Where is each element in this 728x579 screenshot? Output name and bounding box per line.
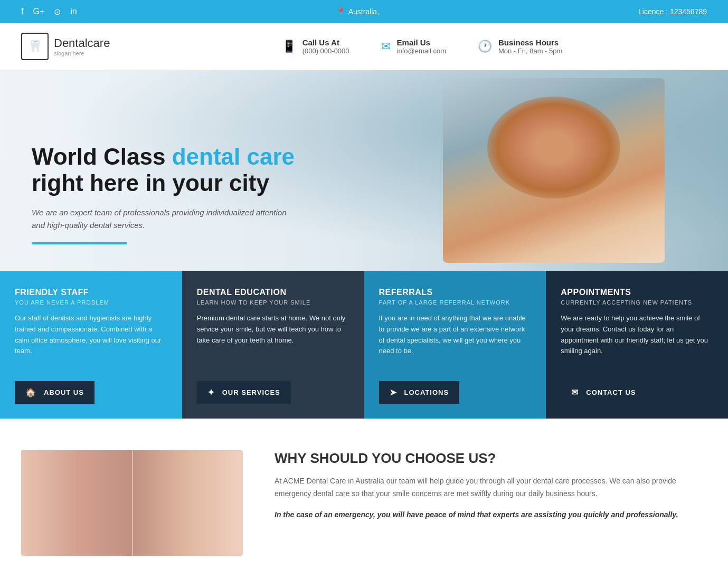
hours-label: Business Hours	[498, 38, 562, 47]
licence-text: Licence : 123456789	[638, 7, 707, 16]
feature-appt-title: APPOINTMENTS	[561, 288, 713, 297]
header-contacts: 📱 Call Us At (000) 000-0000 ✉ Email Us i…	[137, 38, 707, 55]
location-pin-icon: 📍	[336, 7, 345, 16]
site-header: 🦷 Dentalcare slogan here 📱 Call Us At (0…	[0, 23, 728, 70]
contact-hours: 🕐 Business Hours Mon - Fri, 8am - 5pm	[478, 38, 562, 55]
home-icon: 🏠	[25, 387, 36, 397]
facebook-icon[interactable]: f	[21, 7, 23, 16]
feature-edu-title: DENTAL EDUCATION	[197, 288, 349, 297]
feature-card-education: DENTAL EDUCATION LEARN HOW TO KEEP YOUR …	[182, 271, 364, 419]
why-title: WHY SHOULD YOU CHOOSE US?	[275, 450, 707, 467]
top-bar-location: 📍 Australia,	[77, 7, 638, 16]
hero-image	[443, 78, 665, 263]
feature-edu-subtitle: LEARN HOW TO KEEP YOUR SMILE	[197, 299, 349, 306]
top-bar: f G+ ⊙ in 📍 Australia, Licence : 1234567…	[0, 0, 728, 23]
logo-text: Dentalcare slogan here	[54, 36, 110, 56]
location-arrow-icon: ➤	[390, 387, 397, 397]
feature-appt-subtitle: CURRENTLY ACCEPTING NEW PATIENTS	[561, 299, 713, 306]
feature-edu-desc: Premium dental care starts at home. We n…	[197, 313, 349, 371]
feature-card-staff: FRIENDLY STAFF YOU ARE NEVER A PROBLEM O…	[0, 271, 182, 419]
envelope-icon: ✉	[571, 387, 579, 397]
phone-value: (000) 000-0000	[302, 47, 349, 55]
hero-title-accent: dental care	[172, 144, 295, 169]
why-content: WHY SHOULD YOU CHOOSE US? At ACME Dental…	[275, 450, 707, 521]
why-image	[21, 450, 243, 556]
contact-us-button[interactable]: ✉ CONTACT US	[561, 381, 646, 404]
phone-label: Call Us At	[302, 38, 349, 47]
instagram-icon[interactable]: ⊙	[54, 7, 61, 17]
locations-button[interactable]: ➤ LOCATIONS	[379, 381, 460, 404]
logo-bold: Dental	[54, 36, 88, 50]
top-bar-licence: Licence : 123456789	[638, 7, 707, 16]
hours-value: Mon - Fri, 8am - 5pm	[498, 47, 562, 55]
email-label: Email Us	[397, 38, 446, 47]
contact-phone: 📱 Call Us At (000) 000-0000	[282, 38, 349, 55]
feature-ref-desc: If you are in need of anything that we a…	[379, 313, 532, 371]
feature-ref-subtitle: PART OF A LARGE REFERRAL NETWORK	[379, 299, 532, 306]
googleplus-icon[interactable]: G+	[33, 7, 44, 16]
why-text: At ACME Dental Care in Australia our tea…	[275, 475, 707, 500]
why-section: WHY SHOULD YOU CHOOSE US? At ACME Dental…	[0, 419, 728, 579]
feature-card-referrals: REFERRALS PART OF A LARGE REFERRAL NETWO…	[364, 271, 546, 419]
feature-staff-desc: Our staff of dentists and hygienists are…	[15, 313, 167, 371]
logo[interactable]: 🦷 Dentalcare slogan here	[21, 33, 137, 60]
hero-title-part2: right here in your city	[32, 170, 269, 196]
feature-card-appointments: APPOINTMENTS CURRENTLY ACCEPTING NEW PAT…	[546, 271, 728, 419]
hero-title-part1: World Class	[32, 144, 172, 169]
contact-email: ✉ Email Us info@email.com	[381, 38, 446, 55]
email-icon: ✉	[381, 40, 391, 53]
location-text: Australia,	[348, 7, 379, 16]
about-us-button[interactable]: 🏠 ABOUT US	[15, 381, 94, 404]
why-text-italic: In the case of an emergency, you will ha…	[275, 509, 707, 521]
logo-brand: Dentalcare	[54, 36, 110, 50]
logo-icon: 🦷	[21, 33, 49, 60]
feature-staff-title: FRIENDLY STAFF	[15, 288, 167, 297]
about-us-label: ABOUT US	[44, 388, 84, 396]
logo-slogan: slogan here	[54, 50, 110, 56]
feature-appt-desc: We are ready to help you achieve the smi…	[561, 313, 713, 371]
contact-us-label: CONTACT US	[586, 388, 636, 396]
hero-title: World Class dental care right here in yo…	[32, 144, 296, 197]
hero-divider	[32, 242, 127, 244]
hero-image-area	[422, 70, 686, 271]
email-value: info@email.com	[397, 47, 446, 55]
hero-content: World Class dental care right here in yo…	[0, 144, 327, 244]
linkedin-icon[interactable]: in	[70, 7, 77, 16]
features-bar: FRIENDLY STAFF YOU ARE NEVER A PROBLEM O…	[0, 271, 728, 419]
social-links: f G+ ⊙ in	[21, 7, 77, 17]
logo-light: care	[88, 36, 110, 50]
hero-section: World Class dental care right here in yo…	[0, 70, 728, 271]
feature-staff-subtitle: YOU ARE NEVER A PROBLEM	[15, 299, 167, 306]
our-services-label: OUR SERVICES	[222, 388, 280, 396]
phone-icon: 📱	[282, 40, 296, 53]
clock-icon: 🕐	[478, 40, 492, 53]
locations-label: LOCATIONS	[404, 388, 449, 396]
feature-ref-title: REFERRALS	[379, 288, 532, 297]
services-icon: ✦	[207, 387, 215, 397]
hero-subtitle: We are an expert team of professionals p…	[32, 206, 296, 232]
our-services-button[interactable]: ✦ OUR SERVICES	[197, 381, 291, 404]
